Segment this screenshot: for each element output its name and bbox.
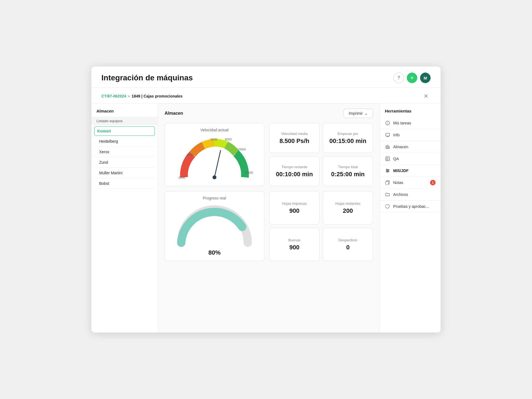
- stat-value-5: 200: [343, 207, 353, 214]
- print-button[interactable]: Imprimir ⌄: [343, 109, 373, 118]
- stat-value-6: 900: [289, 244, 300, 251]
- sidebar-item-heidelberg[interactable]: Heidelberg: [94, 136, 155, 147]
- stat-label-4: Hojas impresas: [282, 201, 307, 206]
- stat-label-5: Hojas restantes: [335, 201, 360, 206]
- tool-label-pruebas: Pruebas y aprobac...: [393, 204, 429, 209]
- breadcrumb-bar: CT/87-062024 > 1849 | Cajas promocionale…: [91, 88, 441, 104]
- svg-rect-14: [387, 145, 388, 149]
- stat-label-6: Buenas: [288, 238, 300, 242]
- tool-label-info: Info: [393, 133, 400, 137]
- center-section-title: Almacen: [165, 111, 183, 116]
- svg-text:4000: 4000: [187, 153, 193, 157]
- tool-mis-jdf[interactable]: MIS/JDF: [380, 165, 441, 177]
- tool-info[interactable]: Info: [380, 129, 441, 141]
- stats-top-grid: Velocidad media 8.500 Ps/h Empezar por 0…: [269, 123, 373, 186]
- dashboard-bottom: Progreso real 80%: [165, 191, 373, 261]
- sidebar-item-komori[interactable]: Komori: [94, 126, 155, 136]
- svg-text:8000: 8000: [225, 138, 232, 141]
- stat-hojas-restantes: Hojas restantes 200: [323, 191, 373, 224]
- notas-badge: 1: [430, 180, 436, 185]
- svg-text:10000: 10000: [237, 148, 246, 151]
- avatar-label: M: [424, 76, 427, 80]
- info-circle-icon: i: [385, 120, 390, 126]
- stat-desperdicio: Desperdicio 0: [323, 228, 373, 261]
- dashboard-top: Velocidad actual: [165, 123, 373, 186]
- center-content: Almacen Imprimir ⌄ Velocidad actual: [158, 104, 380, 332]
- stats-bottom-grid: Hojas impresas 900 Hojas restantes 200 B…: [269, 191, 373, 261]
- print-chevron-icon: ⌄: [364, 111, 368, 116]
- stat-label-0: Velocidad media: [281, 132, 308, 136]
- svg-rect-15: [388, 147, 390, 149]
- tool-label-mis-jdf: MIS/JDF: [393, 168, 408, 173]
- tools-panel: Herramientas i Mis tareas Info Almacen: [380, 104, 441, 332]
- app-window: Integración de máquinas ? + M CT/87-0620…: [91, 66, 441, 332]
- sliders-icon: [385, 168, 390, 173]
- tool-mis-tareas[interactable]: i Mis tareas: [380, 117, 441, 129]
- breadcrumb: CT/87-062024 > 1849 | Cajas promocionale…: [101, 94, 183, 98]
- avatar-button[interactable]: M: [420, 73, 431, 83]
- progress-svg: [176, 203, 253, 247]
- svg-rect-16: [386, 157, 390, 161]
- monitor-icon: [385, 132, 390, 138]
- breadcrumb-separator: >: [128, 94, 130, 98]
- svg-text:i: i: [387, 122, 388, 125]
- stat-label-3: Tiempo total: [338, 165, 358, 169]
- breadcrumb-current: 1849 | Cajas promocionales: [132, 94, 183, 98]
- tools-title: Herramientas: [380, 109, 441, 117]
- speedometer-svg: 2000 4000 6000 8000 10000 12000: [173, 134, 256, 181]
- svg-text:6000: 6000: [211, 138, 217, 141]
- tool-qa[interactable]: QA: [380, 153, 441, 165]
- stat-label-1: Empezar por: [337, 132, 358, 136]
- main-content: Almacen Listado equipos Komori Heidelber…: [91, 104, 441, 332]
- tool-pruebas[interactable]: Pruebas y aprobac...: [380, 201, 441, 213]
- svg-rect-13: [386, 146, 387, 149]
- svg-text:2000: 2000: [178, 176, 185, 179]
- tool-label-qa: QA: [393, 157, 399, 161]
- stat-value-4: 900: [289, 207, 300, 214]
- stat-label-7: Desperdicio: [338, 238, 357, 242]
- top-bar: Integración de máquinas ? + M: [91, 66, 441, 88]
- shield-icon: [385, 204, 390, 209]
- tool-label-notas: Notas: [393, 180, 403, 185]
- tool-archivos[interactable]: Archivos: [380, 189, 441, 201]
- svg-point-24: [388, 170, 389, 171]
- tool-label-almacen: Almacen: [393, 145, 408, 149]
- stat-value-1: 00:15:00 min: [329, 137, 366, 145]
- sidebar-item-zund[interactable]: Zund: [94, 157, 155, 168]
- sidebar-list-header: Listado equipos: [91, 117, 158, 125]
- stat-label-2: Tiempo restante: [282, 165, 307, 169]
- top-bar-actions: ? + M: [393, 73, 431, 83]
- center-header: Almacen Imprimir ⌄: [165, 109, 373, 118]
- svg-point-25: [387, 171, 388, 172]
- add-button[interactable]: +: [407, 73, 417, 83]
- sidebar-section-title: Almacen: [91, 109, 158, 117]
- progress-percent: 80%: [208, 249, 221, 256]
- folder-icon: [385, 192, 390, 197]
- svg-text:12000: 12000: [245, 171, 253, 174]
- stat-value-3: 0:25:00 min: [331, 171, 365, 178]
- breadcrumb-link[interactable]: CT/87-062024: [101, 94, 126, 98]
- print-label: Imprimir: [349, 111, 363, 116]
- tool-almacen[interactable]: Almacen: [380, 141, 441, 153]
- svg-rect-27: [386, 181, 388, 185]
- tool-notas[interactable]: Notas 1: [380, 177, 441, 189]
- sidebar-item-xerox[interactable]: Xerox: [94, 147, 155, 157]
- app-title: Integración de máquinas: [101, 73, 193, 82]
- close-button[interactable]: ✕: [421, 92, 431, 101]
- stat-value-2: 00:10:00 min: [276, 171, 313, 178]
- stat-hojas-impresas: Hojas impresas 900: [269, 191, 319, 224]
- sidebar-item-bobst[interactable]: Bobst: [94, 178, 155, 189]
- stat-value-0: 8.500 Ps/h: [280, 137, 310, 145]
- stat-buenas: Buenas 900: [269, 228, 319, 261]
- add-icon: +: [410, 74, 414, 81]
- svg-rect-10: [386, 133, 390, 136]
- stat-tiempo-restante: Tiempo restante 00:10:00 min: [269, 156, 319, 186]
- help-button[interactable]: ?: [393, 73, 404, 83]
- sidebar: Almacen Listado equipos Komori Heidelber…: [91, 104, 158, 332]
- sidebar-item-muller[interactable]: Muller Martini: [94, 168, 155, 178]
- stat-empezar-por: Empezar por 00:15:00 min: [323, 123, 373, 153]
- help-icon: ?: [398, 75, 400, 80]
- stat-velocidad-media: Velocidad media 8.500 Ps/h: [269, 123, 319, 153]
- stat-tiempo-total: Tiempo total 0:25:00 min: [323, 156, 373, 186]
- table-icon: [385, 156, 390, 162]
